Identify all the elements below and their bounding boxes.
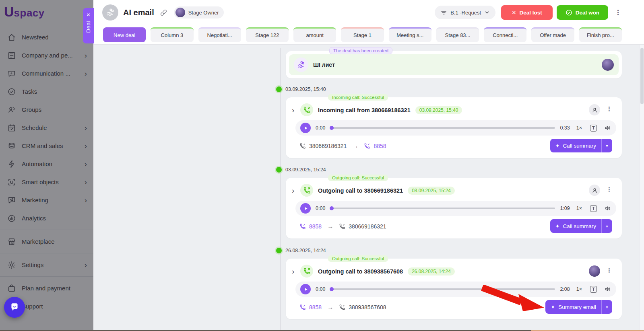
chevron-down-icon: [484, 10, 490, 15]
card-kebab-menu[interactable]: ⋮: [606, 186, 612, 192]
stage-pipeline: New deal Column 3 Negotiati... Stage 122…: [93, 25, 644, 44]
expand-chevron-icon[interactable]: ›: [292, 106, 294, 114]
call-summary-button[interactable]: ✦ Call summary ▾: [550, 139, 612, 152]
from-number-link[interactable]: 8858: [309, 304, 322, 310]
phone-icon: [299, 304, 306, 310]
x-icon: ✕: [512, 9, 516, 16]
sidebar: Uspacy Newsfeed Company and pe... › Comm…: [0, 0, 93, 331]
responsible-person-icon: [589, 185, 600, 196]
expand-chevron-icon[interactable]: ›: [292, 187, 294, 194]
ai-sparkle-icon: ✦: [555, 143, 560, 149]
stage-chip-offer-made[interactable]: Offer made: [531, 27, 574, 42]
seek-bar[interactable]: [330, 288, 555, 290]
summary-dropdown-caret[interactable]: ▾: [601, 139, 612, 152]
arrow-right-icon: →: [352, 142, 358, 149]
timeline-dot: [276, 167, 282, 173]
transcript-icon[interactable]: T: [590, 205, 597, 212]
volume-icon[interactable]: [604, 286, 611, 293]
card-kebab-menu[interactable]: ⋮: [606, 106, 612, 112]
transcript-icon[interactable]: T: [590, 125, 597, 132]
transcript-icon[interactable]: T: [590, 286, 597, 293]
deal-created-card[interactable]: ШІ лист: [286, 51, 622, 78]
filter-icon: [440, 9, 447, 16]
call-route: 8858 → 380938567608: [299, 304, 386, 310]
outgoing-call-icon: [300, 184, 313, 197]
summary-email-button[interactable]: ✦ Summary email ▾: [545, 300, 612, 314]
playback-speed[interactable]: 1×: [576, 125, 582, 131]
stage-chip-stage-122[interactable]: Stage 122: [246, 27, 289, 42]
deal-lost-button[interactable]: ✕ Deal lost: [501, 5, 553, 20]
stage-chip-stage-1[interactable]: Stage 1: [341, 27, 384, 42]
from-number: 380669186321: [309, 143, 347, 149]
seek-bar[interactable]: [330, 127, 555, 129]
expand-chevron-icon[interactable]: ›: [292, 267, 294, 275]
deal-name: ШІ лист: [313, 62, 335, 68]
deal-timeline: The deal has been created ШІ лист 03.09.…: [93, 44, 644, 331]
play-button[interactable]: [300, 284, 311, 294]
to-number: 380938567608: [349, 304, 386, 310]
from-number-link[interactable]: 8858: [309, 223, 322, 230]
phone-icon: [339, 223, 345, 230]
stage-chip-new-deal[interactable]: New deal: [103, 27, 146, 42]
modal-dim-overlay[interactable]: [0, 0, 93, 331]
call-summary-button[interactable]: ✦ Call summary ▾: [550, 219, 612, 233]
seek-bar[interactable]: [330, 208, 555, 209]
call-card: › Incoming call from 380669186321 03.09.…: [286, 97, 622, 158]
playback-position: 0:00: [316, 206, 325, 211]
stage-filter-dropdown[interactable]: B.1 -Request: [435, 6, 495, 19]
copy-link-icon[interactable]: [160, 9, 167, 16]
ai-sparkle-icon: ✦: [555, 223, 560, 229]
play-button[interactable]: [300, 203, 311, 214]
call-title: Incoming call from 380669186321: [318, 107, 411, 113]
scrollbar-thumb[interactable]: [640, 48, 644, 104]
stage-chip-meeting[interactable]: Meeting s...: [389, 27, 431, 42]
seek-thumb[interactable]: [330, 126, 334, 130]
playback-speed[interactable]: 1×: [576, 206, 582, 211]
deal-created-chip: The deal has been created: [329, 47, 392, 54]
responsible-avatar: [589, 265, 600, 277]
audio-player: 0:00 1:09 1× T: [295, 201, 616, 216]
call-status-chip: Incoming call: Successful: [328, 94, 388, 101]
play-button[interactable]: [300, 123, 311, 133]
call-route: 8858 → 380669186321: [299, 223, 386, 230]
to-number-link[interactable]: 8858: [374, 143, 386, 149]
timeline-timestamp: 03.09.2025, 15:24: [276, 167, 326, 173]
call-date-chip: 03.09.2025, 15:40: [415, 106, 462, 114]
playback-position: 0:00: [316, 125, 325, 131]
stage-chip-amount[interactable]: amount: [293, 27, 336, 42]
audio-player: 0:00 0:33 1× T: [295, 120, 616, 136]
volume-icon[interactable]: [604, 205, 611, 212]
vertical-scrollbar[interactable]: [639, 45, 644, 330]
support-chat-button[interactable]: [4, 297, 25, 318]
call-card: › Outgoing call to 380669186321 03.09.20…: [286, 178, 622, 238]
stage-owner-chip[interactable]: Stage Owner: [174, 6, 224, 19]
summary-dropdown-caret[interactable]: ▾: [601, 300, 612, 314]
page-title: AI email: [123, 8, 154, 17]
ai-sparkle-icon: ✦: [551, 304, 555, 310]
header-kebab-menu[interactable]: ⋮: [615, 9, 621, 16]
deal-won-button[interactable]: Deal won: [557, 5, 608, 20]
card-kebab-menu[interactable]: ⋮: [606, 267, 612, 273]
volume-icon[interactable]: [604, 124, 611, 132]
deal-panel: AI email Stage Owner B.1 -Request ✕ Deal…: [93, 0, 644, 331]
summary-dropdown-caret[interactable]: ▾: [601, 219, 612, 233]
arrow-right-icon: →: [327, 304, 333, 310]
seek-thumb[interactable]: [330, 206, 334, 210]
call-status-chip: Outgoing call: Successful: [328, 255, 388, 262]
stage-chip-negotiation[interactable]: Negotiati...: [198, 27, 241, 42]
stage-chip-stage-83[interactable]: Stage 83...: [436, 27, 479, 42]
close-icon[interactable]: ✕: [86, 12, 90, 18]
stage-filter-label: B.1 -Request: [450, 10, 481, 16]
stage-chip-column-3[interactable]: Column 3: [151, 27, 193, 42]
check-circle-icon: [566, 9, 572, 16]
deal-panel-tab[interactable]: ✕ Deal: [83, 8, 94, 43]
playback-speed[interactable]: 1×: [576, 286, 582, 292]
stage-chip-finish[interactable]: Finish pro...: [579, 27, 622, 42]
to-number: 380669186321: [349, 223, 386, 230]
incoming-call-icon: [300, 103, 313, 116]
stage-chip-connection[interactable]: Connecti...: [484, 27, 526, 42]
duration: 2:08: [560, 286, 570, 292]
seek-thumb[interactable]: [330, 287, 334, 291]
duration: 1:09: [560, 206, 570, 211]
call-route: 380669186321 → 8858: [299, 142, 386, 149]
